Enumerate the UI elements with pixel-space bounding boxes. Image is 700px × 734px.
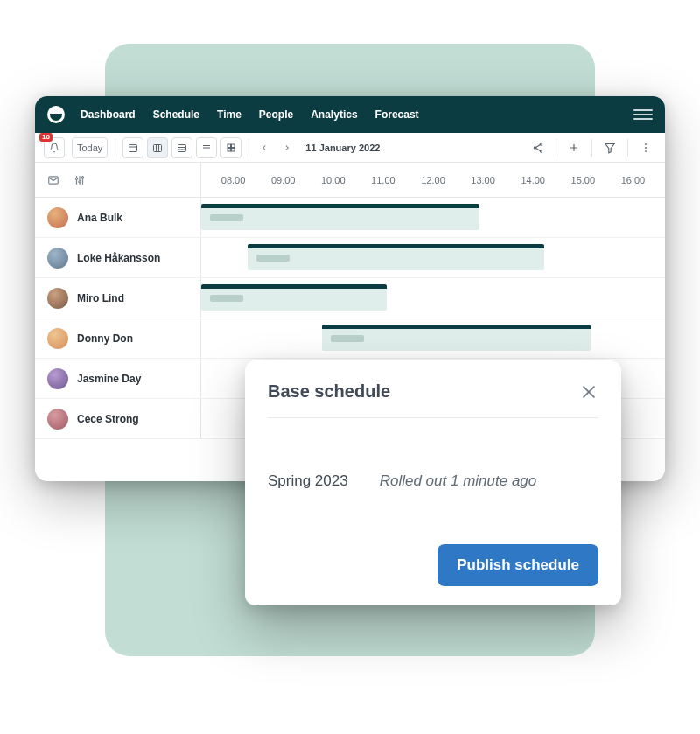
modal-title: Base schedule bbox=[268, 381, 390, 402]
view-list-button[interactable] bbox=[196, 137, 217, 158]
filter-button[interactable] bbox=[599, 137, 620, 158]
base-schedule-modal: Base schedule Spring 2023 Rolled out 1 m… bbox=[245, 360, 621, 605]
person-name: Donny Don bbox=[77, 332, 133, 345]
settings-sliders-icon[interactable] bbox=[74, 174, 86, 186]
shift-block[interactable] bbox=[248, 244, 544, 270]
view-month-button[interactable] bbox=[172, 137, 192, 158]
svg-rect-12 bbox=[232, 144, 235, 148]
add-button[interactable] bbox=[564, 137, 584, 158]
schedule-row: Loke Håkansson bbox=[35, 238, 665, 278]
notifications-button[interactable]: 10 bbox=[44, 137, 65, 158]
calendar-day-icon bbox=[128, 143, 138, 153]
more-vertical-icon bbox=[640, 142, 652, 154]
app-logo-icon bbox=[47, 106, 65, 123]
schedule-row: Miro Lind bbox=[35, 278, 665, 318]
plus-icon bbox=[568, 142, 580, 154]
svg-rect-13 bbox=[228, 148, 231, 151]
calendar-month-icon bbox=[177, 143, 187, 153]
timeline-lane[interactable] bbox=[201, 318, 665, 358]
hour-label: 13.00 bbox=[458, 175, 508, 185]
view-mode-group bbox=[122, 137, 242, 158]
svg-point-23 bbox=[645, 143, 647, 144]
svg-rect-14 bbox=[232, 148, 235, 151]
schedule-status: Rolled out 1 minute ago bbox=[380, 472, 537, 490]
menu-icon[interactable] bbox=[634, 109, 653, 120]
schedule-row: Ana Bulk bbox=[35, 198, 665, 238]
more-button[interactable] bbox=[635, 137, 656, 158]
toolbar: 10 Today bbox=[35, 133, 665, 163]
today-button[interactable]: Today bbox=[72, 137, 108, 158]
svg-rect-0 bbox=[130, 144, 137, 151]
nav-people[interactable]: People bbox=[259, 108, 293, 121]
close-icon bbox=[579, 382, 598, 402]
grid-icon bbox=[226, 143, 236, 153]
toolbar-separator bbox=[115, 139, 116, 157]
people-column-header bbox=[35, 163, 201, 197]
svg-line-18 bbox=[536, 144, 541, 147]
next-date-button[interactable] bbox=[279, 140, 295, 156]
nav-time[interactable]: Time bbox=[217, 108, 242, 121]
shift-block[interactable] bbox=[201, 284, 387, 311]
nav-schedule[interactable]: Schedule bbox=[153, 108, 200, 121]
timeline-hours: 08.00 09.00 10.00 11.00 12.00 13.00 14.0… bbox=[208, 175, 658, 185]
view-grid-button[interactable] bbox=[220, 137, 242, 158]
chevron-right-icon bbox=[283, 143, 291, 152]
view-day-button[interactable] bbox=[122, 137, 144, 158]
person-name: Jasmine Day bbox=[77, 373, 141, 385]
person-cell[interactable]: Jasmine Day bbox=[35, 359, 201, 398]
person-cell[interactable]: Miro Lind bbox=[35, 278, 201, 318]
hour-label: 14.00 bbox=[508, 175, 558, 185]
svg-point-28 bbox=[75, 178, 77, 179]
hour-label: 12.00 bbox=[408, 175, 458, 185]
svg-point-15 bbox=[540, 143, 542, 144]
hour-label: 09.00 bbox=[258, 175, 308, 185]
timeline-lane[interactable] bbox=[201, 198, 665, 237]
svg-line-19 bbox=[536, 148, 541, 150]
schedule-season: Spring 2023 bbox=[268, 472, 348, 490]
prev-date-button[interactable] bbox=[256, 140, 272, 156]
person-cell[interactable]: Ana Bulk bbox=[35, 198, 201, 237]
svg-point-32 bbox=[81, 176, 83, 178]
svg-point-30 bbox=[79, 180, 80, 182]
toolbar-separator bbox=[556, 139, 556, 157]
nav-dashboard[interactable]: Dashboard bbox=[80, 108, 136, 121]
shift-label-placeholder bbox=[210, 214, 243, 221]
view-week-button[interactable] bbox=[147, 137, 168, 158]
bell-icon bbox=[49, 143, 60, 153]
share-button[interactable] bbox=[528, 137, 549, 158]
nav-forecast[interactable]: Forecast bbox=[375, 108, 419, 121]
shift-block[interactable] bbox=[322, 325, 591, 351]
share-icon bbox=[532, 142, 544, 154]
nav-items: Dashboard Schedule Time People Analytics… bbox=[80, 108, 618, 121]
list-icon bbox=[201, 143, 212, 153]
filter-icon bbox=[604, 142, 616, 154]
shift-block[interactable] bbox=[201, 204, 480, 230]
notification-badge: 10 bbox=[39, 133, 52, 142]
top-nav: Dashboard Schedule Time People Analytics… bbox=[35, 96, 665, 133]
hour-label: 16.00 bbox=[608, 175, 658, 185]
schedule-row: Donny Don bbox=[35, 318, 665, 359]
calendar-week-icon bbox=[152, 143, 163, 153]
svg-point-17 bbox=[540, 150, 542, 151]
person-cell[interactable]: Loke Håkansson bbox=[35, 238, 201, 277]
hour-label: 11.00 bbox=[358, 175, 408, 185]
toolbar-separator bbox=[592, 139, 592, 157]
close-button[interactable] bbox=[579, 382, 598, 402]
person-name: Miro Lind bbox=[77, 292, 124, 304]
person-cell[interactable]: Donny Don bbox=[35, 318, 201, 358]
timeline-header: 08.00 09.00 10.00 11.00 12.00 13.00 14.0… bbox=[35, 163, 665, 198]
timeline-lane[interactable] bbox=[201, 278, 665, 318]
person-cell[interactable]: Cece Strong bbox=[35, 399, 201, 438]
nav-analytics[interactable]: Analytics bbox=[311, 108, 357, 121]
avatar bbox=[47, 288, 68, 309]
current-date-label: 11 January 2022 bbox=[305, 143, 380, 153]
svg-marker-22 bbox=[606, 143, 615, 153]
timeline-lane[interactable] bbox=[201, 238, 665, 277]
person-name: Loke Håkansson bbox=[77, 252, 160, 264]
mail-icon[interactable] bbox=[47, 174, 60, 186]
svg-point-16 bbox=[534, 146, 536, 148]
svg-rect-2 bbox=[154, 144, 162, 151]
publish-schedule-button[interactable]: Publish schedule bbox=[438, 544, 598, 586]
toolbar-separator bbox=[248, 139, 249, 157]
avatar bbox=[47, 328, 68, 349]
